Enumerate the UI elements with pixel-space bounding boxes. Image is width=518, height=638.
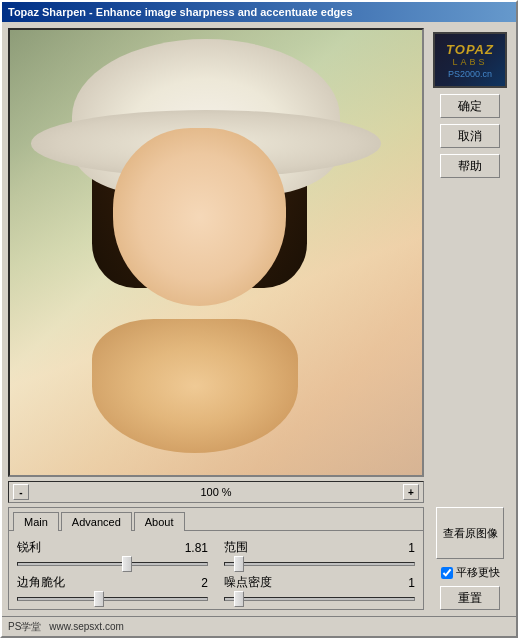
zoom-in-button[interactable]: + (403, 484, 419, 500)
noise-density-control: 噪点密度 1 (224, 574, 415, 601)
logo-box: TOPAZ LABS PS2000.cn (433, 32, 507, 88)
tab-advanced[interactable]: Advanced (61, 512, 132, 531)
edge-crispness-thumb[interactable] (94, 591, 104, 607)
left-panel: - 100 % + Main Advanced About (8, 28, 424, 610)
title-bar: Topaz Sharpen - Enhance image sharpness … (2, 2, 516, 22)
right-panel: TOPAZ LABS PS2000.cn 确定 取消 帮助 查看原图像 平移更快… (430, 28, 510, 610)
zoom-value: 100 % (33, 486, 399, 498)
reset-button[interactable]: 重置 (440, 586, 500, 610)
status-bar: PS学堂 www.sepsxt.com (2, 616, 516, 636)
range-thumb[interactable] (234, 556, 244, 572)
range-label: 范围 (224, 539, 248, 556)
content-area: - 100 % + Main Advanced About (2, 22, 516, 616)
edge-crispness-value: 2 (178, 576, 208, 590)
sharpness-value: 1.81 (178, 541, 208, 555)
logo-ps: PS2000.cn (448, 69, 492, 79)
range-slider[interactable] (224, 562, 415, 566)
range-control: 范围 1 (224, 539, 415, 566)
noise-density-slider[interactable] (224, 597, 415, 601)
sharpness-slider[interactable] (17, 562, 208, 566)
cancel-button[interactable]: 取消 (440, 124, 500, 148)
preview-image (8, 28, 424, 477)
window-title: Topaz Sharpen - Enhance image sharpness … (8, 6, 353, 18)
smooth-move-label: 平移更快 (456, 565, 500, 580)
noise-density-thumb[interactable] (234, 591, 244, 607)
noise-density-header: 噪点密度 1 (224, 574, 415, 591)
noise-density-label: 噪点密度 (224, 574, 272, 591)
confirm-button[interactable]: 确定 (440, 94, 500, 118)
help-button[interactable]: 帮助 (440, 154, 500, 178)
range-header: 范围 1 (224, 539, 415, 556)
sharpness-control: 锐利 1.81 (17, 539, 208, 566)
sharpness-label: 锐利 (17, 539, 41, 556)
tab-content: 锐利 1.81 范围 1 (9, 531, 423, 609)
face (113, 128, 286, 306)
range-value: 1 (385, 541, 415, 555)
tab-about[interactable]: About (134, 512, 185, 531)
main-window: Topaz Sharpen - Enhance image sharpness … (0, 0, 518, 638)
edge-crispness-label: 边角脆化 (17, 574, 65, 591)
sharpness-thumb[interactable] (122, 556, 132, 572)
logo-labs: LABS (452, 57, 487, 67)
hand-area (92, 319, 298, 453)
edge-crispness-header: 边角脆化 2 (17, 574, 208, 591)
zoom-out-button[interactable]: - (13, 484, 29, 500)
edge-crispness-control: 边角脆化 2 (17, 574, 208, 601)
tabs-panel: Main Advanced About 锐利 (8, 507, 424, 610)
edge-crispness-slider[interactable] (17, 597, 208, 601)
controls-grid: 锐利 1.81 范围 1 (17, 539, 415, 601)
sharpness-header: 锐利 1.81 (17, 539, 208, 556)
noise-density-value: 1 (385, 576, 415, 590)
smooth-move-checkbox[interactable] (441, 567, 453, 579)
view-original-button[interactable]: 查看原图像 (436, 507, 504, 559)
status-left: PS学堂 (8, 620, 41, 634)
tab-bar: Main Advanced About (9, 508, 423, 531)
status-right: www.sepsxt.com (49, 621, 123, 632)
logo-topaz: TOPAZ (446, 42, 494, 57)
tab-main[interactable]: Main (13, 512, 59, 531)
zoom-bar: - 100 % + (8, 481, 424, 503)
smooth-move-row: 平移更快 (441, 565, 500, 580)
